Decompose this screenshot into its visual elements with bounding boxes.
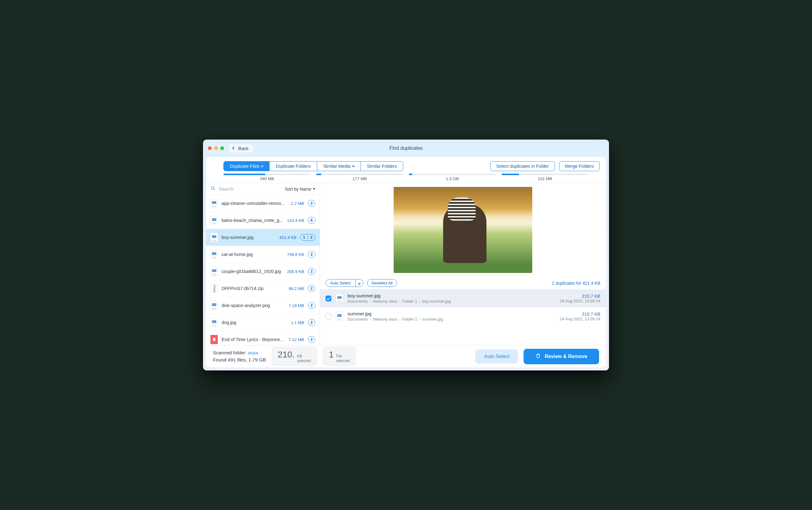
file-row[interactable]: boy-summer.jpg421.4 KB12 bbox=[206, 229, 320, 246]
found-files-line: Found 491 files, 1.79 GB bbox=[213, 357, 266, 363]
file-type-icon bbox=[210, 284, 218, 293]
count-badge: 2 bbox=[308, 251, 315, 258]
duplicate-row[interactable]: summer.jpgDocuments › Nektony docs › Fol… bbox=[320, 307, 606, 325]
file-row[interactable]: app-cleaner-uninstaller-remov...2.2 MB2 bbox=[206, 195, 320, 212]
duplicate-name: summer.jpg bbox=[348, 311, 555, 316]
app-window: Back Find duplicates Duplicate Files Dup… bbox=[203, 140, 609, 370]
preview-toolbar: Auto Select Deselect All 2 duplicates fo… bbox=[320, 277, 606, 289]
preview-area bbox=[320, 183, 606, 277]
meter-bar bbox=[316, 174, 404, 175]
file-type-icon bbox=[210, 233, 218, 242]
meter-bar bbox=[409, 174, 496, 175]
file-row[interactable]: End of Time Lyrics - Beyonce...7.12 MB2 bbox=[206, 331, 320, 345]
window-title: Find duplicates bbox=[389, 145, 423, 151]
file-name: End of Time Lyrics - Beyonce... bbox=[222, 337, 285, 342]
search-icon bbox=[210, 186, 216, 192]
duplicate-info: boy-summer.jpgDocuments › Nektony docs ›… bbox=[348, 293, 555, 304]
file-type-icon bbox=[210, 267, 218, 276]
duplicate-row[interactable]: boy-summer.jpgDocuments › Nektony docs ›… bbox=[320, 289, 606, 307]
trash-icon bbox=[535, 353, 541, 360]
fullscreen-window-icon[interactable] bbox=[220, 146, 224, 150]
metric-sub: selected bbox=[336, 359, 350, 363]
metric-value: 1 bbox=[329, 350, 334, 360]
meter-label: 340 MB bbox=[260, 176, 274, 181]
minimize-window-icon[interactable] bbox=[214, 146, 218, 150]
scanned-folder-link[interactable]: asya bbox=[248, 350, 258, 355]
chevron-down-icon bbox=[355, 279, 363, 287]
size-meter: 1.3 GB bbox=[409, 174, 496, 181]
file-row[interactable]: disk-space-analyzer.png7.18 MB2 bbox=[206, 297, 320, 314]
duplicate-date: 24 Aug 2022, 13:05:24 bbox=[560, 299, 600, 303]
auto-select-button[interactable]: Auto Select bbox=[475, 349, 518, 364]
duplicate-meta: 210.7 KB24 Aug 2022, 13:05:24 bbox=[560, 294, 600, 303]
file-size: 421.4 KB bbox=[280, 235, 297, 240]
size-meter: 101 MB bbox=[502, 174, 589, 181]
meter-label: 177 MB bbox=[352, 176, 367, 181]
file-name: balos-beach_chania_crete_g... bbox=[222, 218, 283, 223]
tab-similar-folders[interactable]: Similar Folders bbox=[361, 162, 403, 171]
main-area: Sort by Name app-cleaner-uninstaller-rem… bbox=[206, 183, 606, 345]
file-size: 7.18 MB bbox=[289, 303, 304, 308]
file-row[interactable]: cat-at-home.jpg758.6 KB2 bbox=[206, 246, 320, 263]
duplicate-list: boy-summer.jpgDocuments › Nektony docs ›… bbox=[320, 289, 606, 345]
file-name: couple-g01ba68b12_1920.jpg bbox=[222, 269, 283, 274]
count-badge: 2 bbox=[308, 285, 315, 292]
file-row[interactable]: dog.jpg1.1 MB2 bbox=[206, 314, 320, 331]
count-badge: 2 bbox=[308, 268, 315, 275]
file-name: dog.jpg bbox=[222, 320, 287, 325]
tab-duplicate-files[interactable]: Duplicate Files bbox=[224, 162, 269, 171]
file-size: 96.2 MB bbox=[289, 286, 304, 291]
file-name: cat-at-home.jpg bbox=[222, 252, 283, 257]
breadcrumb: Documents › Nektony docs › Folder 1 › bo… bbox=[348, 299, 555, 304]
select-duplicates-in-folder-button[interactable]: Select duplicates in Folder bbox=[490, 161, 554, 171]
tab-label: Duplicate Folders bbox=[276, 164, 311, 169]
count-badge: 2 bbox=[308, 200, 315, 207]
tab-similar-media[interactable]: Similar Media bbox=[317, 162, 361, 171]
file-list[interactable]: app-cleaner-uninstaller-remov...2.2 MB2b… bbox=[206, 195, 320, 345]
tab-duplicate-folders[interactable]: Duplicate Folders bbox=[269, 162, 317, 171]
file-type-icon bbox=[210, 199, 218, 208]
auto-select-dropdown[interactable]: Auto Select bbox=[325, 279, 363, 287]
count-badge: 12 bbox=[300, 234, 315, 241]
file-size: 7.12 MB bbox=[289, 337, 304, 342]
footer: Scanned folder: asya Found 491 files, 1.… bbox=[206, 345, 606, 367]
tab-label: Similar Media bbox=[323, 164, 351, 169]
window-controls bbox=[208, 146, 224, 150]
checkbox[interactable] bbox=[325, 313, 331, 319]
merge-folders-button[interactable]: Merge Folders bbox=[559, 161, 600, 171]
checkbox[interactable] bbox=[325, 295, 331, 302]
metric-unit: File bbox=[336, 354, 350, 358]
meter-label: 101 MB bbox=[538, 176, 552, 181]
back-button[interactable]: Back bbox=[230, 144, 253, 152]
review-remove-label: Review & Remove bbox=[545, 354, 587, 359]
file-row[interactable]: balos-beach_chania_crete_g...110.4 KB6 bbox=[206, 212, 320, 229]
meter-bar bbox=[502, 174, 589, 175]
chevron-left-icon bbox=[232, 146, 235, 150]
duplicate-info: summer.jpgDocuments › Nektony docs › Fol… bbox=[348, 311, 555, 321]
deselect-all-button[interactable]: Deselect All bbox=[367, 279, 397, 287]
scan-info: Scanned folder: asya Found 491 files, 1.… bbox=[213, 349, 266, 363]
file-size: 758.6 KB bbox=[287, 252, 304, 257]
sort-dropdown[interactable]: Sort by Name bbox=[285, 187, 315, 192]
file-name: DFFProS7.0b714.zip bbox=[222, 286, 285, 291]
count-badge: 2 bbox=[308, 319, 315, 326]
file-size: 110.4 KB bbox=[287, 218, 304, 223]
review-remove-button[interactable]: Review & Remove bbox=[524, 349, 599, 364]
chevron-down-icon bbox=[352, 164, 355, 167]
metric-sub: selected bbox=[297, 359, 311, 363]
file-row[interactable]: DFFProS7.0b714.zip96.2 MB2 bbox=[206, 280, 320, 297]
meter-bar bbox=[224, 174, 311, 175]
file-type-icon bbox=[210, 318, 218, 327]
search-input[interactable] bbox=[219, 186, 282, 192]
close-window-icon[interactable] bbox=[208, 146, 212, 150]
duplicate-meta: 210.7 KB24 Aug 2022, 13:05:24 bbox=[560, 312, 600, 321]
auto-select-label: Auto Select bbox=[326, 279, 355, 287]
svg-point-0 bbox=[211, 186, 214, 189]
count-badge: 2 bbox=[308, 336, 315, 343]
titlebar: Back Find duplicates bbox=[203, 140, 609, 157]
file-row[interactable]: couple-g01ba68b12_1920.jpg266.9 KB2 bbox=[206, 263, 320, 280]
tab-label: Similar Folders bbox=[367, 164, 397, 169]
count-badge: 6 bbox=[308, 217, 315, 224]
size-meter: 177 MB bbox=[316, 174, 404, 181]
sort-label: Sort by Name bbox=[285, 187, 311, 192]
